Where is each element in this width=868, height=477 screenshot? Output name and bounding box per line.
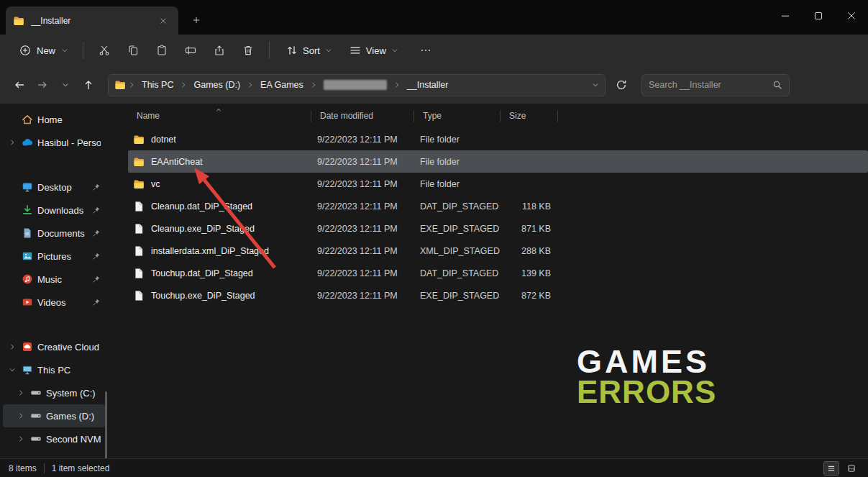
file-name: Touchup.dat_DiP_Staged (151, 268, 253, 278)
breadcrumb-ea-games[interactable]: EA Games (256, 78, 308, 92)
back-button[interactable] (9, 74, 30, 96)
more-options-button[interactable] (411, 37, 440, 63)
sidebar-item-videos[interactable]: Videos (3, 291, 105, 314)
file-date: 9/22/2023 12:11 PM (311, 246, 414, 256)
minimize-button[interactable] (769, 0, 802, 32)
chevron-down-icon (391, 47, 398, 54)
this-pc-icon (22, 364, 33, 376)
share-button[interactable] (205, 37, 234, 63)
delete-button[interactable] (234, 37, 262, 63)
chevron-right-icon[interactable] (16, 388, 26, 398)
selection-count: 1 item selected (52, 463, 110, 473)
sidebar-item-games-d[interactable]: Games (D:) (3, 404, 105, 427)
column-header-size[interactable]: Size (501, 106, 558, 125)
chevron-slot (7, 205, 17, 215)
sidebar-item-home[interactable]: Home (3, 108, 105, 131)
breadcrumb-installer[interactable]: __Installer (403, 78, 453, 92)
scissors-icon (99, 45, 110, 56)
file-icon (133, 268, 145, 279)
drive-icon (30, 387, 42, 399)
chevron-down-icon (325, 47, 332, 54)
copy-button[interactable] (119, 37, 147, 63)
file-date: 9/22/2023 12:11 PM (311, 224, 414, 234)
chevron-right-icon[interactable] (16, 434, 26, 444)
documents-icon (22, 227, 33, 239)
file-row-touchup-dat[interactable]: Touchup.dat_DiP_Staged 9/22/2023 12:11 P… (128, 262, 868, 284)
column-header-name[interactable]: Name (128, 106, 311, 125)
new-button[interactable]: New (12, 40, 76, 61)
games-errors-watermark: GAMES ERRORS (577, 347, 716, 407)
file-row-installerdata-xml[interactable]: installerdata.xml_DiP_Staged 9/22/2023 1… (128, 240, 868, 262)
file-name: installerdata.xml_DiP_Staged (151, 246, 269, 256)
sidebar-item-documents[interactable]: Documents (3, 222, 105, 245)
sidebar-item-onedrive[interactable]: Hasibul - Person (3, 131, 105, 154)
chevron-right-icon[interactable] (7, 137, 17, 147)
sidebar-item-pictures[interactable]: Pictures (3, 245, 105, 268)
breadcrumb-games-drive[interactable]: Games (D:) (189, 78, 245, 92)
recent-locations-button[interactable] (55, 74, 76, 96)
sidebar-item-desktop[interactable]: Desktop (3, 176, 105, 199)
sidebar-item-downloads[interactable]: Downloads (3, 199, 105, 222)
redacted-breadcrumb[interactable] (324, 80, 387, 90)
file-name: vc (151, 179, 160, 189)
paste-icon (156, 45, 168, 56)
sidebar-item-label: Creative Cloud F (37, 342, 101, 353)
address-dropdown-icon[interactable] (592, 81, 599, 88)
sidebar-item-music[interactable]: Music (3, 268, 105, 291)
chevron-slot (7, 228, 17, 238)
column-header-date-modified[interactable]: Date modified (311, 106, 414, 125)
file-rows: dotnet 9/22/2023 12:11 PM File folder EA… (128, 128, 868, 306)
file-date: 9/22/2023 12:11 PM (311, 201, 414, 212)
explorer-tab[interactable]: __Installer (6, 6, 178, 35)
chevron-down-icon[interactable] (7, 365, 17, 375)
file-row-dotnet[interactable]: dotnet 9/22/2023 12:11 PM File folder (128, 128, 868, 150)
column-label: Date modified (320, 111, 373, 121)
new-tab-button[interactable] (186, 9, 207, 31)
view-toggles (823, 461, 859, 476)
search-input[interactable] (649, 80, 772, 90)
file-row-cleanup-dat[interactable]: Cleanup.dat_DiP_Staged 9/22/2023 12:11 P… (128, 195, 868, 217)
file-type: EXE_DIP_STAGED F... (414, 224, 501, 234)
new-button-label: New (37, 45, 55, 56)
file-row-eaanticheat[interactable]: EAAntiCheat 9/22/2023 12:11 PM File fold… (128, 150, 868, 173)
chevron-right-icon[interactable] (16, 411, 26, 421)
breadcrumb-separator-icon (309, 81, 318, 88)
rename-button[interactable] (176, 37, 205, 63)
chevron-right-icon[interactable] (7, 342, 17, 352)
toolbar-separator (83, 42, 83, 59)
sidebar-item-second-nvme[interactable]: Second NVME (3, 427, 105, 450)
column-headers: Name Date modified Type Size (128, 106, 868, 125)
refresh-button[interactable] (610, 74, 633, 96)
status-separator (44, 463, 45, 473)
column-label: Type (423, 111, 442, 121)
sidebar-item-creative-cloud[interactable]: Creative Cloud F (3, 335, 105, 358)
pin-icon (92, 206, 101, 214)
breadcrumb-this-pc[interactable]: This PC (137, 78, 178, 92)
up-button[interactable] (78, 74, 99, 96)
close-tab-icon[interactable] (155, 13, 171, 29)
file-row-cleanup-exe[interactable]: Cleanup.exe_DiP_Staged 9/22/2023 12:11 P… (128, 217, 868, 240)
column-header-type[interactable]: Type (414, 106, 501, 125)
forward-button[interactable] (32, 74, 53, 96)
pictures-icon (22, 250, 33, 262)
large-icons-view-button[interactable] (844, 461, 859, 476)
maximize-button[interactable] (802, 0, 835, 32)
close-button[interactable] (835, 0, 868, 32)
file-row-touchup-exe[interactable]: Touchup.exe_DiP_Staged 9/22/2023 12:11 P… (128, 284, 868, 306)
file-date: 9/22/2023 12:11 PM (311, 268, 414, 278)
sidebar: Home Hasibul - Person Desktop Downloads … (0, 104, 108, 458)
file-row-vc[interactable]: vc 9/22/2023 12:11 PM File folder (128, 173, 868, 195)
sidebar-item-system-c[interactable]: System (C:) (3, 381, 105, 404)
address-bar[interactable]: This PC Games (D:) EA Games __Installer (108, 74, 606, 96)
breadcrumb-separator-icon (127, 81, 136, 88)
view-button[interactable]: View (342, 40, 406, 61)
sort-button[interactable]: Sort (279, 40, 339, 61)
sidebar-item-label: Documents (37, 228, 88, 239)
sidebar-scrollbar[interactable] (105, 391, 107, 460)
copy-icon (127, 45, 139, 56)
details-view-button[interactable] (823, 461, 839, 476)
paste-button[interactable] (147, 37, 176, 63)
file-list: Name Date modified Type Size dotnet 9/22… (108, 104, 868, 458)
sidebar-item-this-pc[interactable]: This PC (3, 358, 105, 381)
cut-button[interactable] (90, 37, 119, 63)
